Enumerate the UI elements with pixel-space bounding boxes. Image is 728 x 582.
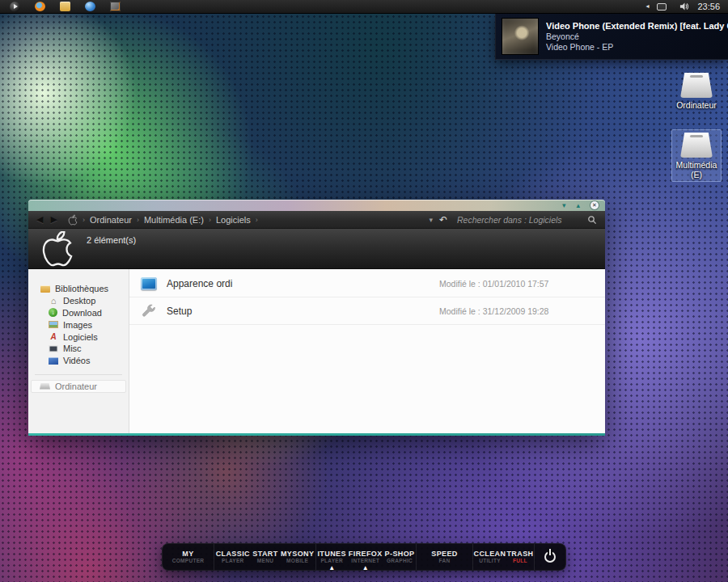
sidebar: Bibliothèques ⌂ Desktop ↓ Download Image… (28, 269, 129, 433)
address-dropdown-icon[interactable]: ▾ (429, 216, 433, 224)
track-title: Video Phone (Extended Remix) [feat. Lady… (546, 21, 728, 32)
now-playing-notification[interactable]: Video Phone (Extended Remix) [feat. Lady… (495, 13, 728, 60)
explorer-folder-icon[interactable] (60, 2, 70, 11)
tools-icon: A (49, 332, 58, 341)
breadcrumb-separator: › (83, 216, 85, 224)
maximize-button[interactable]: ▴ (576, 200, 580, 210)
sidebar-item-desktop[interactable]: ⌂ Desktop (28, 295, 129, 307)
file-list: Apparence ordi Modifié le : 01/01/2010 1… (129, 269, 605, 433)
taskbar: ◂ 23:56 (0, 0, 728, 14)
dock-item-mysony-mobile[interactable]: MYSONY MOBILE (281, 550, 314, 564)
apple-logo-icon (68, 214, 78, 226)
misc-icon (49, 345, 58, 352)
firefox-icon[interactable] (35, 2, 45, 11)
wrench-icon (141, 303, 157, 319)
dock-item-speed-fan[interactable]: SPEED FAN (431, 550, 458, 564)
desktop-icon-label: Ordinateur (671, 100, 722, 110)
dock-item-ccleaner[interactable]: CCLEAN UTILITY (474, 550, 506, 564)
apple-logo-large-icon (40, 231, 74, 268)
window-titlebar[interactable]: ▾ ▴ ✕ (28, 200, 605, 211)
file-modified-date: Modifié le : 31/12/2009 19:28 (439, 306, 605, 316)
track-artist: Beyoncé (546, 32, 728, 42)
sidebar-item-logiciels[interactable]: A Logiciels (28, 331, 129, 343)
dock-item-classic-player[interactable]: CLASSIC PLAYER (216, 550, 250, 564)
minimize-button[interactable]: ▾ (562, 200, 566, 210)
running-indicator-icon: ▲ (328, 565, 335, 571)
running-indicator-icon: ▲ (362, 565, 369, 571)
search-input[interactable] (457, 215, 582, 225)
desktop-icon-label: Multimédia (E) (672, 160, 721, 179)
breadcrumb-separator: › (137, 216, 139, 224)
desktop-icon-multimedia[interactable]: Multimédia (E) (671, 129, 722, 182)
drive-icon (680, 73, 713, 98)
breadcrumb-item-logiciels[interactable]: Logiciels (216, 215, 251, 225)
display-tray-icon[interactable] (657, 3, 667, 11)
videos-icon (49, 357, 58, 365)
window-header-band: 2 élément(s) (28, 229, 605, 269)
track-album: Video Phone - EP (546, 42, 728, 53)
navigation-toolbar: ◀ ▶ › Ordinateur › Multimédia (E:) › Log… (28, 211, 605, 229)
dock: MY COMPUTER CLASSIC PLAYER START MENU MY… (162, 543, 566, 571)
breadcrumb-item-ordinateur[interactable]: Ordinateur (90, 215, 132, 225)
images-icon (49, 321, 58, 328)
search-icon[interactable] (587, 215, 597, 225)
window-bottom-accent (28, 433, 605, 436)
dock-item-itunes[interactable]: ITUNES PLAYER ▲ (317, 550, 345, 564)
desktop-icon-ordinateur[interactable]: Ordinateur (671, 73, 722, 110)
sidebar-item-download[interactable]: ↓ Download (28, 307, 129, 319)
refresh-icon[interactable]: ↶ (439, 214, 447, 226)
drive-icon (680, 133, 713, 158)
file-modified-date: Modifié le : 01/01/2010 17:57 (439, 279, 605, 289)
breadcrumb-separator: › (209, 216, 211, 224)
close-button[interactable]: ✕ (590, 201, 599, 209)
sidebar-item-bibliotheques[interactable]: Bibliothèques (28, 283, 129, 295)
volume-icon[interactable] (679, 2, 689, 11)
display-icon (141, 277, 157, 290)
play-icon (14, 4, 18, 9)
dock-item-pshop[interactable]: P-SHOP GRAPHIC (385, 550, 415, 564)
file-row-apparence-ordi[interactable]: Apparence ordi Modifié le : 01/01/2010 1… (129, 270, 605, 297)
folder-icon (40, 285, 50, 293)
dock-item-start-menu[interactable]: START MENU (252, 550, 277, 564)
download-icon: ↓ (49, 308, 57, 317)
photo-app-icon[interactable] (110, 2, 121, 11)
drive-icon (40, 383, 50, 390)
sidebar-item-videos[interactable]: Vidéos (28, 355, 129, 367)
explorer-window: ▾ ▴ ✕ ◀ ▶ › Ordinateur › Multimédia (E:)… (28, 200, 605, 435)
sidebar-item-misc[interactable]: Misc (28, 343, 129, 355)
tray-expander-icon[interactable]: ◂ (645, 3, 649, 10)
start-orb-button[interactable] (10, 2, 20, 12)
breadcrumb-separator: › (256, 216, 258, 224)
forward-button[interactable]: ▶ (50, 214, 57, 225)
power-button[interactable] (544, 551, 556, 563)
dock-item-trash[interactable]: TRASH FULL (506, 550, 533, 564)
dock-item-my-computer[interactable]: MY COMPUTER (172, 550, 205, 564)
sidebar-separator (35, 374, 122, 375)
file-name: Setup (167, 306, 192, 317)
dock-item-firefox[interactable]: FIREFOX INTERNET ▲ (349, 550, 383, 564)
breadcrumb-item-multimedia[interactable]: Multimédia (E:) (144, 215, 204, 225)
item-count-status: 2 élément(s) (87, 235, 136, 245)
album-art (502, 19, 538, 54)
sidebar-item-images[interactable]: Images (28, 318, 129, 331)
browser-globe-icon[interactable] (85, 2, 95, 11)
clock: 23:56 (697, 2, 720, 11)
file-name: Apparence ordi (167, 278, 232, 289)
back-button[interactable]: ◀ (36, 214, 43, 225)
sidebar-item-ordinateur[interactable]: Ordinateur (31, 380, 126, 393)
file-row-setup[interactable]: Setup Modifié le : 31/12/2009 19:28 (129, 297, 605, 325)
home-icon: ⌂ (49, 297, 58, 305)
